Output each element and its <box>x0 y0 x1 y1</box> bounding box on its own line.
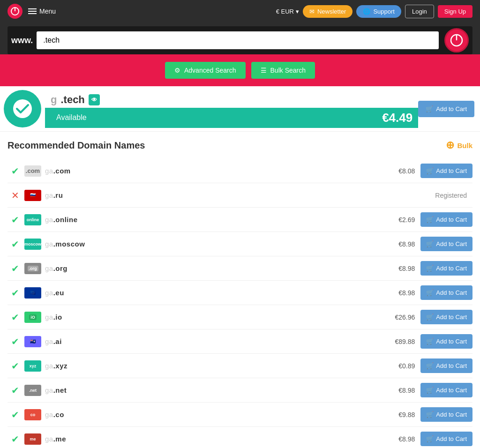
add-to-cart-button[interactable]: 🛒 Add to Cart <box>420 432 472 446</box>
cart-icon: 🛒 <box>426 314 434 321</box>
bulk-search-button[interactable]: ☰ Bulk Search <box>251 62 315 79</box>
add-to-cart-label: Add to Cart <box>436 289 467 296</box>
domain-extension: .co <box>53 411 64 418</box>
bulk-link[interactable]: ⊕ Bulk <box>446 139 472 151</box>
advanced-search-label: Advanced Search <box>184 67 236 74</box>
login-button[interactable]: Login <box>405 5 434 18</box>
domain-name-blur: ga <box>45 264 53 272</box>
header-left: Menu <box>8 4 56 19</box>
list-item: ✔ co ga.co €9.88 🛒 Add to Cart <box>8 403 472 427</box>
availability-check: ✔ <box>8 433 22 445</box>
currency-label: € EUR <box>276 8 294 15</box>
check-icon: ✔ <box>11 165 19 177</box>
plus-icon: ⊕ <box>446 139 454 151</box>
add-to-cart-label: Add to Cart <box>436 411 467 418</box>
tld-badge: co <box>24 409 41 420</box>
domain-name-blur: ga <box>45 289 53 297</box>
cross-icon: ✕ <box>11 190 19 201</box>
check-icon: ✔ <box>11 433 19 445</box>
header-right: € EUR ▾ ✉ Newsletter 🌐 Support Login Sig… <box>276 5 472 18</box>
domain-price: €0.89 <box>377 362 415 370</box>
tld-badge: .net <box>24 385 41 396</box>
availability-check: ✔ <box>8 385 22 396</box>
availability-check: ✔ <box>8 165 22 177</box>
newsletter-icon: ✉ <box>309 8 315 15</box>
availability-check: ✕ <box>8 190 22 201</box>
add-to-cart-button[interactable]: 🛒 Add to Cart <box>420 285 472 300</box>
add-to-cart-button[interactable]: 🛒 Add to Cart <box>420 212 472 227</box>
domain-extension: .eu <box>53 289 64 297</box>
domain-price: €26.96 <box>377 314 415 321</box>
signup-button[interactable]: Sign Up <box>438 5 472 18</box>
login-label: Login <box>412 8 427 15</box>
add-to-cart-label: Add to Cart <box>436 314 467 321</box>
add-to-cart-label: Add to Cart <box>436 387 467 394</box>
availability-check: ✔ <box>8 360 22 372</box>
add-to-cart-button[interactable]: 🛒 Add to Cart <box>420 237 472 251</box>
pink-banner: ⚙ Advanced Search ☰ Bulk Search <box>0 54 480 86</box>
add-to-cart-button-main[interactable]: 🛒 Add to Cart <box>418 101 474 117</box>
cart-icon: 🛒 <box>426 216 434 223</box>
domain-name-blur: ga <box>45 337 53 345</box>
add-to-cart-label: Add to Cart <box>436 338 467 345</box>
add-to-cart-label: Add to Cart <box>436 435 467 442</box>
list-item: ✔ online ga.online €2.69 🛒 Add to Cart <box>8 208 472 232</box>
add-to-cart-button[interactable]: 🛒 Add to Cart <box>420 164 472 178</box>
tld-badge: online <box>24 214 41 225</box>
check-icon: ✔ <box>11 385 19 396</box>
tld-badge: 🇪🇺 <box>24 287 41 299</box>
www-prefix: www. <box>11 36 33 45</box>
cart-icon: 🛒 <box>426 435 434 442</box>
support-button[interactable]: 🌐 Support <box>356 5 401 18</box>
search-input[interactable] <box>37 31 439 49</box>
domain-name-blur: ga <box>45 216 53 224</box>
domain-result: g .tech 👁 Available €4.49 🛒 Add to Cart <box>0 86 480 132</box>
add-to-cart-button[interactable]: 🛒 Add to Cart <box>420 383 472 397</box>
search-section: www. <box>0 22 480 54</box>
add-to-cart-label: Add to Cart <box>436 216 467 223</box>
header: Menu € EUR ▾ ✉ Newsletter 🌐 Support Logi… <box>0 0 480 22</box>
cart-icon: 🛒 <box>426 362 434 369</box>
tld-badge: 🇷🇺 <box>24 190 41 201</box>
domain-name-blur: ga <box>45 411 53 418</box>
domain-list: ✔ .com ga.com €8.08 🛒 Add to Cart ✕ 🇷🇺 g… <box>8 159 472 448</box>
domain-extension: .ru <box>53 191 63 199</box>
newsletter-button[interactable]: ✉ Newsletter <box>303 5 352 18</box>
check-icon: ✔ <box>11 239 19 250</box>
add-to-cart-button[interactable]: 🛒 Add to Cart <box>420 407 472 422</box>
add-to-cart-button[interactable]: 🛒 Add to Cart <box>420 358 472 373</box>
domain-extension: .xyz <box>53 362 68 370</box>
menu-label: Menu <box>39 7 56 15</box>
add-to-cart-label: Add to Cart <box>436 105 467 112</box>
bulk-link-label: Bulk <box>457 142 472 149</box>
advanced-search-button[interactable]: ⚙ Advanced Search <box>165 62 246 79</box>
domain-name: ga.ai <box>43 337 377 345</box>
domain-extension-display: .tech <box>60 94 84 106</box>
currency-button[interactable]: € EUR ▾ <box>276 8 299 15</box>
menu-button[interactable]: Menu <box>28 7 56 15</box>
check-icon: ✔ <box>11 263 19 274</box>
domain-extension: .ai <box>53 337 62 345</box>
add-to-cart-label: Add to Cart <box>436 362 467 369</box>
availability-check: ✔ <box>8 263 22 274</box>
domain-name: ga.io <box>43 313 377 321</box>
domain-price: €8.98 <box>377 289 415 297</box>
cart-icon: 🛒 <box>426 338 434 345</box>
result-section: g .tech 👁 Available €4.49 🛒 Add to Cart <box>0 86 480 132</box>
domain-name: ga.org <box>43 264 377 272</box>
add-to-cart-button[interactable]: 🛒 Add to Cart <box>420 310 472 324</box>
cart-icon: 🛒 <box>426 387 434 394</box>
list-item: ✔ .com ga.com €8.08 🛒 Add to Cart <box>8 159 472 183</box>
domain-name: ga.moscow <box>43 240 377 248</box>
availability-check: ✔ <box>8 409 22 420</box>
check-icon: ✔ <box>11 336 19 347</box>
add-to-cart-button[interactable]: 🛒 Add to Cart <box>420 261 472 276</box>
check-icon: ✔ <box>11 409 19 420</box>
support-icon: 🌐 <box>363 8 370 15</box>
list-item: ✔ iO ga.io €26.96 🛒 Add to Cart <box>8 305 472 329</box>
tld-badge: .org <box>24 263 41 274</box>
domain-price: €8.98 <box>377 240 415 248</box>
tld-badge: .com <box>24 165 41 177</box>
domain-name-blur: ga <box>45 167 53 175</box>
add-to-cart-button[interactable]: 🛒 Add to Cart <box>420 334 472 349</box>
